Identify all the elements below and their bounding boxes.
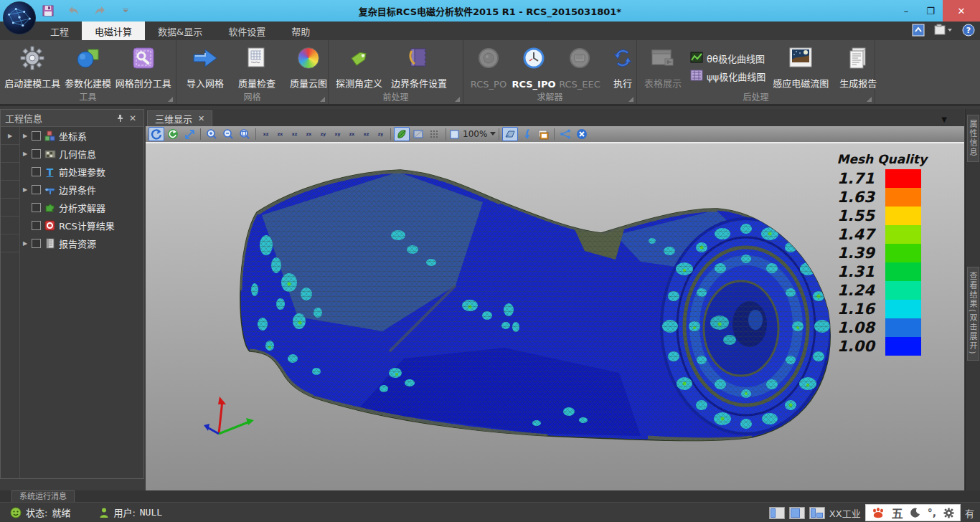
layout-bottom-panel-icon[interactable] — [809, 507, 825, 519]
group-expand-icon[interactable] — [867, 97, 872, 102]
tabstrip-dropdown-icon[interactable]: ▼ — [941, 115, 947, 123]
quality-check-button[interactable]: 质量检查 — [231, 43, 283, 91]
close-button[interactable]: ✕ — [943, 0, 980, 22]
solver-rcs-ipo-button[interactable]: RCS_IPO — [511, 43, 557, 91]
tree-item-boundary-conditions[interactable]: ▶ 边界条件 — [20, 181, 143, 199]
checkbox[interactable] — [32, 167, 41, 176]
wireframe-mode-icon[interactable] — [410, 127, 426, 141]
expand-arrow-icon[interactable]: ▶ — [22, 133, 29, 139]
collapse-ribbon-icon[interactable] — [911, 23, 925, 37]
checkbox[interactable] — [32, 149, 41, 158]
view-preset-1-icon[interactable]: xz — [259, 128, 273, 141]
system-messages-tab[interactable]: 系统运行消息 — [11, 490, 75, 502]
meshing-tool-button[interactable]: 网格剖分工具 — [114, 43, 174, 91]
ime-mode-wubi[interactable]: 五 — [892, 504, 903, 521]
checkbox[interactable] — [32, 203, 41, 212]
table-display-button[interactable]: 表格展示 — [640, 43, 686, 91]
solver-rcs-po-button[interactable]: RCS_PO — [466, 43, 511, 91]
orbit-rotate-icon[interactable] — [149, 127, 164, 141]
tree-item-preprocess-params[interactable]: T 前处理参数 — [20, 163, 143, 181]
generate-report-button[interactable]: 生成报告 — [834, 43, 882, 91]
close-view-icon[interactable] — [574, 127, 590, 141]
undo-icon[interactable] — [66, 4, 82, 18]
group-expand-icon[interactable] — [455, 97, 460, 102]
arrow-down-icon[interactable] — [519, 127, 534, 141]
zoom-in-icon[interactable] — [204, 127, 220, 141]
help-icon[interactable]: ? — [961, 23, 976, 37]
project-info-title: 工程信息 — [5, 111, 113, 125]
psi-polar-curve-button[interactable]: ψψ极化曲线图 — [690, 70, 765, 83]
redo-icon[interactable] — [92, 4, 108, 18]
checkbox[interactable] — [32, 221, 41, 230]
window-switch-icon[interactable] — [933, 23, 954, 37]
viewport-canvas[interactable]: Mesh Quality 1.71 1.63 1.55 1.47 1.39 1.… — [146, 143, 964, 490]
menu-tab-project[interactable]: 工程 — [37, 22, 82, 40]
probe-angle-button[interactable]: 探测角定义 — [331, 43, 387, 91]
layers-folder-icon[interactable] — [535, 127, 551, 141]
import-mesh-button[interactable]: 导入网格 — [179, 43, 231, 91]
menu-tab-em-compute[interactable]: 电磁计算 — [82, 22, 145, 40]
induction-current-map-button[interactable]: 感应电磁流图 — [770, 43, 831, 91]
view-preset-4-icon[interactable]: zx — [302, 128, 316, 141]
group-expand-icon[interactable] — [628, 97, 633, 102]
view-preset-3-icon[interactable]: xz — [288, 128, 301, 141]
menu-tab-help[interactable]: 帮助 — [278, 22, 323, 40]
view-preset-9-icon[interactable]: zy — [374, 128, 387, 141]
gutter-arrow-icon[interactable]: ▶ — [1, 127, 19, 145]
tree-item-analysis-solver[interactable]: 分析求解器 — [20, 199, 143, 217]
execute-button[interactable]: 执行 — [606, 43, 640, 91]
view-results-panel-tab[interactable]: 查看结果(双击展开) — [967, 267, 979, 361]
window-controls: – ❐ ✕ — [894, 0, 980, 22]
quality-cloud-button[interactable]: 质量云图 — [283, 43, 334, 91]
ime-brand-paw-icon[interactable] — [872, 507, 885, 518]
ime-settings-gear-icon[interactable] — [943, 508, 954, 518]
pin-icon[interactable] — [113, 112, 126, 125]
save-icon[interactable] — [40, 4, 56, 18]
layout-split-panel-icon[interactable] — [789, 507, 805, 519]
zoom-window-icon[interactable] — [182, 127, 197, 141]
points-mode-icon[interactable] — [427, 127, 443, 141]
tree-item-rcs-results[interactable]: RCS计算结果 — [20, 217, 143, 234]
zoom-out-icon[interactable] — [220, 127, 236, 141]
menu-tab-settings[interactable]: 软件设置 — [215, 22, 278, 40]
ime-punctuation-toggle[interactable]: °, — [928, 507, 936, 518]
restore-button[interactable]: ❐ — [918, 0, 943, 22]
expand-arrow-icon[interactable]: ▶ — [22, 151, 29, 157]
tree-item-geometry-info[interactable]: ▶ 几何信息 — [20, 145, 143, 163]
solver-rcs-eec-button[interactable]: RCS_EEC — [557, 43, 603, 91]
tree-item-coordinate-system[interactable]: ▶ 坐标系 — [20, 127, 143, 145]
expand-arrow-icon[interactable]: ▶ — [22, 240, 29, 247]
group-expand-icon[interactable] — [168, 97, 173, 102]
checkbox[interactable] — [32, 131, 41, 141]
status-bar: 状态: 就绪 用户: NULL XX工业 五 °, 有 — [0, 502, 980, 522]
share-export-icon[interactable] — [557, 127, 573, 141]
minimize-button[interactable]: – — [894, 0, 918, 22]
properties-panel-tab[interactable]: 属性信息 — [967, 115, 979, 162]
zoom-level-control[interactable]: 100% — [449, 129, 496, 140]
launch-modeling-tool-button[interactable]: 启动建模工具 — [3, 43, 62, 91]
view-preset-6-icon[interactable]: xy — [331, 128, 344, 141]
menu-tab-data-display[interactable]: 数据&显示 — [145, 22, 215, 40]
parametric-modeling-button[interactable]: 参数化建模 — [62, 43, 114, 91]
ime-moon-icon[interactable] — [910, 508, 920, 518]
tree-item-report-resources[interactable]: ▶ 报告资源 — [20, 234, 143, 252]
close-panel-icon[interactable]: ✕ — [126, 112, 139, 125]
zoom-fit-icon[interactable] — [237, 127, 253, 141]
clip-plane-icon[interactable] — [502, 127, 518, 141]
checkbox[interactable] — [32, 239, 41, 248]
view-preset-2-icon[interactable]: zx — [273, 128, 287, 141]
theta-polar-curve-button[interactable]: θθ极化曲线图 — [690, 52, 765, 65]
view-preset-7-icon[interactable]: zx — [345, 128, 359, 141]
boundary-conditions-button[interactable]: 边界条件设置 — [387, 43, 451, 91]
expand-arrow-icon[interactable]: ▶ — [22, 186, 29, 193]
viewport-tab-3d-display[interactable]: 三维显示 ✕ — [147, 110, 212, 126]
refresh-view-icon[interactable] — [165, 127, 181, 141]
group-expand-icon[interactable] — [320, 97, 325, 102]
view-preset-5-icon[interactable]: zy — [316, 128, 330, 141]
quick-access-dropdown-icon[interactable] — [118, 4, 133, 18]
layout-left-panel-icon[interactable] — [769, 507, 785, 519]
shaded-mode-icon[interactable] — [394, 127, 410, 141]
tab-close-icon[interactable]: ✕ — [198, 114, 204, 123]
view-preset-8-icon[interactable]: xz — [359, 128, 373, 141]
checkbox[interactable] — [32, 185, 41, 194]
